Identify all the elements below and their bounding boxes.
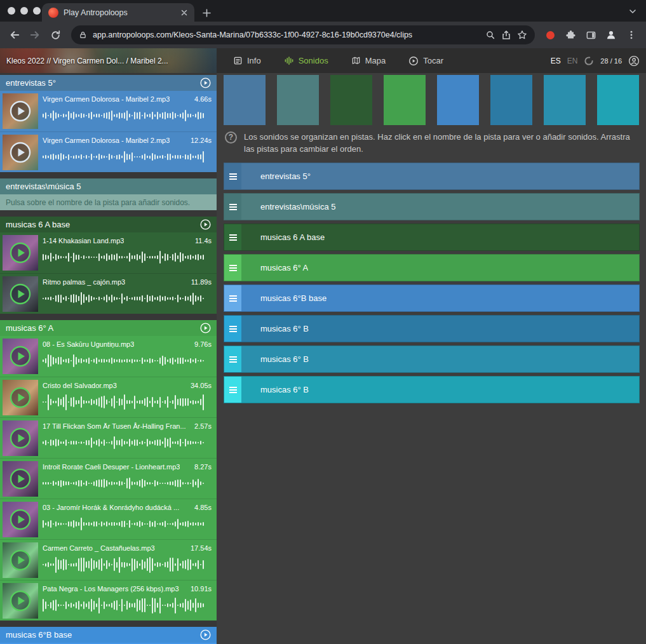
track-group-header[interactable]: entrevistas\música 5 xyxy=(0,178,217,194)
drag-handle[interactable] xyxy=(224,224,241,250)
track-color-pad[interactable] xyxy=(490,75,532,125)
play-track-button[interactable] xyxy=(200,323,211,333)
play-clip-button[interactable] xyxy=(10,283,31,305)
track-group-header[interactable]: musicas 6° A xyxy=(0,320,217,336)
clip-item[interactable]: 17 Till Flickan Som Är Tusen År-Halling … xyxy=(0,417,217,458)
clip-item[interactable]: Virgen Carmen Dolorosa - Maribel 2.mp312… xyxy=(0,131,217,172)
waveform-bar xyxy=(180,297,181,300)
drag-handle[interactable] xyxy=(224,255,241,281)
tab-tocar[interactable]: Tocar xyxy=(408,56,443,66)
play-clip-button[interactable] xyxy=(10,242,31,264)
play-clip-button[interactable] xyxy=(10,590,31,612)
play-clip-button[interactable] xyxy=(10,142,31,163)
play-clip-button[interactable] xyxy=(10,427,31,449)
tab-sonidos[interactable]: Sonidos xyxy=(284,56,328,65)
track-row[interactable]: musicas 6° B xyxy=(224,315,640,342)
clip-item[interactable]: Carmen Carreto _ Castañuelas.mp317.54s xyxy=(0,539,217,580)
clip-item[interactable]: Virgen Carmen Dolorosa - Maribel 2.mp34.… xyxy=(0,91,217,131)
clip-item[interactable]: 1-14 Khakasian Land.mp311.4s xyxy=(0,232,217,273)
tab-search-chevron-icon[interactable] xyxy=(628,7,637,16)
waveform-bar xyxy=(48,297,49,299)
breadcrumb[interactable]: Kleos 2022 // Virgen Carmen Dol... / Mar… xyxy=(0,48,217,73)
tab-info[interactable]: Info xyxy=(233,56,261,65)
play-clip-button[interactable] xyxy=(10,549,31,571)
menu-kebab-icon[interactable] xyxy=(623,30,640,40)
play-clip-button[interactable] xyxy=(10,345,31,367)
back-icon[interactable] xyxy=(6,29,23,41)
track-color-pad[interactable] xyxy=(437,75,479,125)
track-color-pad[interactable] xyxy=(330,75,372,125)
browser-tab[interactable]: Play Antropoloops xyxy=(42,3,194,22)
tab-close-icon[interactable] xyxy=(180,9,188,17)
track-color-pad[interactable] xyxy=(544,75,586,125)
tab-mapa[interactable]: Mapa xyxy=(351,56,386,65)
lang-en-button[interactable]: EN xyxy=(567,57,578,65)
profile-avatar-icon[interactable] xyxy=(603,29,619,41)
forward-icon[interactable] xyxy=(27,29,43,41)
account-icon[interactable] xyxy=(628,55,640,67)
clip-item[interactable]: 03 - Jaromír Horák & Konrádyho dudácká .… xyxy=(0,499,217,539)
track-color-pad[interactable] xyxy=(224,75,266,125)
track-group-header[interactable]: musicas 6 A base xyxy=(0,217,217,232)
track-row[interactable]: musicas 6° B xyxy=(224,376,640,403)
track-group-header[interactable]: entrevistas 5° xyxy=(0,75,217,91)
clip-item[interactable]: Cristo del Salvador.mp334.05s xyxy=(0,377,217,417)
reload-icon[interactable] xyxy=(47,30,64,41)
side-panel-icon[interactable] xyxy=(582,30,599,41)
clip-item[interactable]: Introit Rorate Caeli Desuper - Lionheart… xyxy=(0,458,217,499)
track-row[interactable]: musicas 6 A base xyxy=(224,224,640,251)
waveform-bar xyxy=(200,295,201,302)
url-text[interactable]: app.antropoloops.com/Kleos-Santa-Marina/… xyxy=(93,30,480,39)
extensions-puzzle-icon[interactable] xyxy=(562,30,579,41)
lang-es-button[interactable]: ES xyxy=(551,57,561,65)
track-row[interactable]: musicas 6°B base xyxy=(224,285,640,312)
waveform-bar xyxy=(45,155,46,159)
track-color-pad[interactable] xyxy=(384,75,426,125)
window-zoom-button[interactable] xyxy=(33,7,41,15)
waveform-bar xyxy=(104,439,105,446)
track-row[interactable]: musicas 6° A xyxy=(224,254,640,281)
clip-item[interactable]: Ritmo palmas _ cajón.mp311.89s xyxy=(0,273,217,314)
drag-handle[interactable] xyxy=(224,377,241,403)
share-icon[interactable] xyxy=(501,30,511,40)
track-row[interactable]: entrevistas\música 5 xyxy=(224,193,640,220)
waveform-bar xyxy=(116,440,118,446)
play-track-button[interactable] xyxy=(200,629,211,640)
new-tab-icon[interactable] xyxy=(202,8,212,18)
waveform-bar xyxy=(106,112,107,119)
track-color-pad[interactable] xyxy=(277,75,319,125)
waveform-bar xyxy=(149,296,151,302)
waveform-bar xyxy=(152,483,153,484)
track-group-header[interactable]: musicas 6°B base xyxy=(0,627,217,643)
waveform-bar xyxy=(170,154,171,160)
clip-item[interactable]: 08 - Es Sakūru Uguntiņu.mp39.76s xyxy=(0,336,217,377)
drag-handle[interactable] xyxy=(224,285,241,311)
play-clip-button[interactable] xyxy=(10,100,31,122)
clip-item[interactable]: Pata Negra - Los Managers (256 kbps).mp3… xyxy=(0,580,217,621)
play-clip-button[interactable] xyxy=(10,468,31,490)
bookmark-star-icon[interactable] xyxy=(517,30,527,40)
zoom-icon[interactable] xyxy=(485,30,495,40)
track-name: musicas 6° B xyxy=(241,377,309,403)
waveform-bar xyxy=(177,441,178,445)
play-track-button[interactable] xyxy=(200,219,211,230)
waveform-bar xyxy=(144,112,145,119)
waveform-bar xyxy=(187,521,189,528)
window-minimize-button[interactable] xyxy=(20,7,28,15)
waveform-bar xyxy=(104,113,105,119)
waveform-bar xyxy=(96,114,97,118)
track-row[interactable]: musicas 6° B xyxy=(224,345,640,373)
drag-handle[interactable] xyxy=(224,163,241,189)
track-row[interactable]: entrevistas 5° xyxy=(224,163,640,190)
play-clip-button[interactable] xyxy=(10,387,31,408)
drag-handle[interactable] xyxy=(224,346,241,372)
window-close-button[interactable] xyxy=(8,7,15,15)
extension-record-icon[interactable] xyxy=(546,31,555,39)
play-clip-button[interactable] xyxy=(10,509,31,530)
track-color-pad[interactable] xyxy=(597,75,639,125)
drag-handle[interactable] xyxy=(224,316,241,342)
play-track-button[interactable] xyxy=(200,77,211,88)
waveform-bar xyxy=(96,257,97,258)
drag-handle[interactable] xyxy=(224,194,241,220)
address-bar[interactable]: app.antropoloops.com/Kleos-Santa-Marina/… xyxy=(71,25,535,44)
